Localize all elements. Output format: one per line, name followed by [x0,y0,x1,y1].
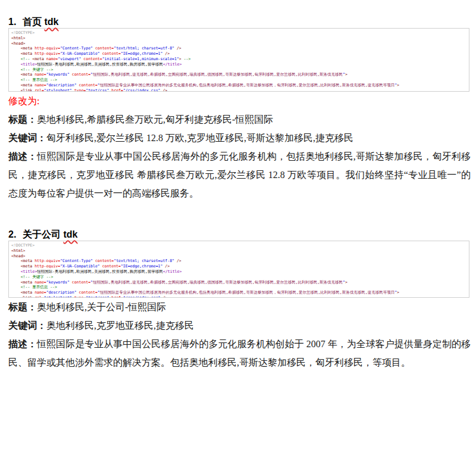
section2-heading-tdk: tdk [63,229,77,239]
code-segment: > [397,83,399,88]
code-segment: <!-- [11,57,32,61]
code-segment: 恒熙国际是专业从事中国公民移居海外的多元化服务机构,包括奥地利移民,希腊移民,哥… [100,83,394,88]
section1-heading-tdk: tdk [44,17,58,27]
section1-description-line: 描述：恒熙国际是专业从事中国公民移居海外的多元化服务机构，包括奥地利移民,哥斯达… [8,147,471,202]
code-block-about-tdk: <!DOCTYPE><html><head> <meta http-equiv=… [8,241,469,298]
code-segment: <head> [11,254,25,258]
code-segment: http-equiv= [35,258,60,263]
code-segment: content= [70,72,90,77]
code-line: <!-- 显示信息 --> [11,77,469,83]
code-segment: name= [35,72,46,77]
section2-title-value: 奥地利移民,关于公司-恒熙国际 [37,302,166,312]
section2-title-label: 标题： [8,302,37,312]
section1-keywords-value: 匈牙利移民,爱尔兰移民 12.8 万欧,克罗地亚移民,哥斯达黎加移民,捷克移民 [46,133,353,143]
code-segment: <head> [11,41,25,46]
code-line: <!DOCTYPE> [11,30,469,36]
code-segment: name= [35,280,46,285]
section1-heading-text: 首页 [23,17,44,27]
code-segment: </title> [163,269,181,274]
code-segment: content= [93,258,114,263]
code-segment: 恒熙国际,奥地利移民,捷克移民,希腊移民,立陶宛移民,瑞典移民,德国移民,哥斯达… [93,280,343,285]
code-segment: <!DOCTYPE> [11,243,35,248]
code-segment: /> [174,258,181,263]
section2-keywords-value: 奥地利移民,克罗地亚移民,捷克移民 [46,320,194,331]
code-segment: "viewport" [58,57,81,61]
code-segment: <meta [11,83,35,88]
section1-title-value: 奥地利移民,希腊移民叁万欧元,匈牙利捷克移民-恒熙国际 [37,114,273,124]
code-segment: "IE=edge,chrome=1" [121,51,162,56]
section2-heading: 2.关于公司 tdk [8,229,471,241]
code-segment: content= [81,57,102,61]
code-line: <!-- 关键字 --> [11,275,469,280]
code-segment: /> [174,46,181,51]
code-segment: http-equiv= [35,51,60,56]
code-segment: content= [77,290,98,295]
code-segment: <!-- 关键字 --> [11,275,53,279]
code-segment: --> [181,57,191,61]
code-line: <meta name="keywords" content="恒熙国际,奥地利移… [11,72,469,77]
section2-description-line: 描述：恒熙国际是专业从事中国公民移居海外的多元化服务机构创始于 2007 年，为… [8,335,471,372]
code-segment: "Content-Type" [60,46,93,51]
code-segment: "IE=edge,chrome=1" [121,264,162,269]
code-segment: <title> [11,269,37,274]
code-segment: "keywords" [46,280,70,285]
code-segment: "description" [46,83,77,88]
section2-keywords-line: 关键词：奥地利移民,克罗地亚移民,捷克移民 [8,316,471,335]
section1-keywords-line: 关键词：匈牙利移民,爱尔兰移民 12.8 万欧,克罗地亚移民,哥斯达黎加移民,捷… [8,129,471,147]
section1-title-label: 标题： [8,114,37,124]
code-line: <head> [11,41,469,46]
code-segment: "X-UA-Compatible" [60,51,100,56]
section2-heading-text: 关于公司 [23,229,63,239]
code-segment: content= [70,280,90,285]
code-segment: name= [35,290,46,295]
code-line: <title>恒熙国际-奥地利移民,欧洲移民,美洲移民,投资移民,购房移民,留学… [11,269,469,275]
code-segment: <meta [32,57,46,61]
code-segment: <meta [11,258,35,263]
code-line: <meta http-equiv="X-UA-Compatible" conte… [11,264,469,269]
code-segment: <meta [11,264,35,269]
code-line: <meta http-equiv="Content-Type" content=… [11,46,469,51]
code-segment: 恒熙国际是专业从事中国公民移居海外的多元化服务机构,包括奥地利移民,希腊移民,哥… [100,290,394,295]
section1-keywords-label: 关键词： [8,133,46,143]
code-segment: <meta [11,280,35,285]
code-segment: name= [46,57,58,61]
code-segment: <meta [11,51,35,56]
code-line: <!-- 显示信息 --> [11,285,469,290]
code-line: <meta name="description" content="恒熙国际是专… [11,290,469,295]
section2-description-value: 恒熙国际是专业从事中国公民移居海外的多元化服务机构创始于 2007 年，为全球客… [8,339,471,367]
code-segment: "initial-scale=1,minimum-scale=1" [102,57,179,61]
code-segment: "text/html; charset=utf-8" [114,258,174,263]
code-segment: <meta [11,46,35,51]
code-segment: > [345,72,347,77]
section1-description-value: 恒熙国际是专业从事中国公民移居海外的多元化服务机构，包括奥地利移民,哥斯达黎加移… [8,151,471,198]
code-line: <meta http-equiv="X-UA-Compatible" conte… [11,51,469,57]
code-segment: </title> [163,62,181,67]
code-segment: http-equiv= [35,264,60,269]
code-segment: <meta [11,72,35,77]
code-segment: /> [162,264,170,269]
code-segment: content= [93,46,114,51]
code-line: <head> [11,254,469,259]
code-segment: > [397,290,399,295]
code-segment: "Content-Type" [60,258,93,263]
section1-title-line: 标题：奥地利移民,希腊移民叁万欧元,匈牙利捷克移民-恒熙国际 [8,110,471,129]
code-segment: "keywords" [46,72,70,77]
section2-heading-number: 2. [8,229,23,241]
section1-description-label: 描述： [8,151,37,161]
code-segment: <html> [11,36,25,40]
code-line: <html> [11,36,469,41]
code-segment: /> [162,51,170,56]
code-line: <!DOCTYPE> [11,243,469,248]
code-segment: 恒熙国际,奥地利移民,捷克移民,希腊移民,立陶宛移民,瑞典移民,德国移民,哥斯达… [93,72,343,77]
code-line: <!-- <meta name="viewport" content="init… [11,57,469,62]
code-segment: <!-- 关键字 --> [11,67,53,72]
section2-keywords-label: 关键词： [8,320,46,331]
code-line: <meta http-equiv="Content-Type" content=… [11,258,469,264]
code-segment: content= [100,264,121,269]
section1-heading: 1.首页 tdk [8,16,471,28]
modify-label: 修改为: [8,92,471,110]
code-line: <meta name="description" content="恒熙国际是专… [11,83,469,88]
code-segment: http-equiv= [35,46,60,51]
code-segment: "description" [46,290,77,295]
code-line: <title>恒熙国际-奥地利移民,欧洲移民,美洲移民,投资移民,购房移民,留学… [11,62,469,67]
